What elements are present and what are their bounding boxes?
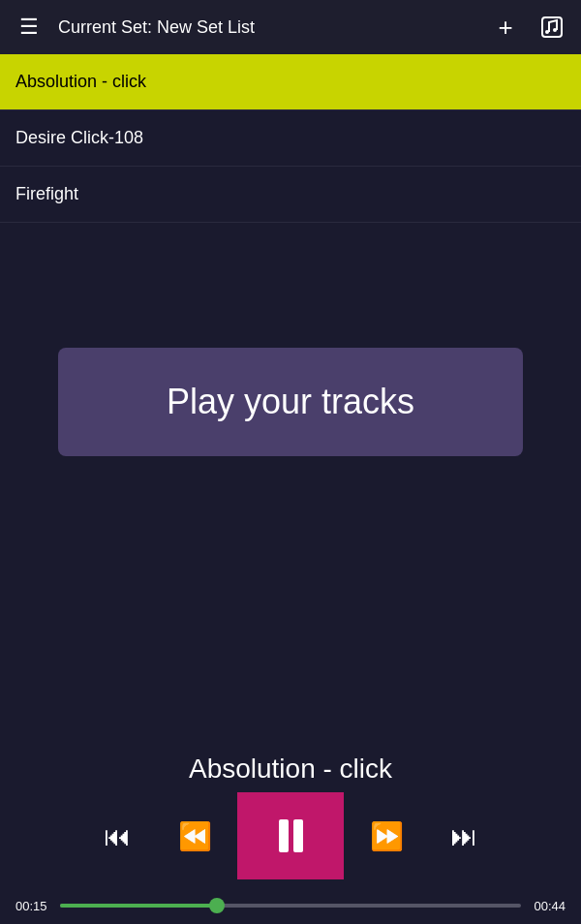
track-item-3[interactable]: Firefight xyxy=(0,167,581,223)
rewind-button[interactable]: ⏪ xyxy=(156,802,233,870)
pause-button[interactable] xyxy=(237,792,344,879)
progress-container: 00:15 00:44 xyxy=(0,887,581,924)
fast-forward-button[interactable]: ⏩ xyxy=(348,802,425,870)
track-item-2[interactable]: Desire Click-108 xyxy=(0,110,581,167)
progress-thumb[interactable] xyxy=(209,898,225,913)
svg-rect-0 xyxy=(542,17,562,37)
menu-icon[interactable]: ☰ xyxy=(12,10,46,45)
play-tracks-label: Play your tracks xyxy=(167,382,414,422)
fast-forward-icon: ⏩ xyxy=(370,820,404,852)
progress-bar-fill xyxy=(60,904,217,908)
add-button[interactable]: + xyxy=(488,10,523,45)
track-item-1[interactable]: Absolution - click xyxy=(0,54,581,110)
track-name-3: Firefight xyxy=(15,184,78,203)
pause-icon xyxy=(279,819,303,852)
main-content-area: Play your tracks xyxy=(0,223,581,581)
header-title: Current Set: New Set List xyxy=(58,17,476,38)
svg-point-1 xyxy=(545,30,549,34)
skip-to-end-button[interactable]: ⏭ xyxy=(425,802,503,870)
play-tracks-button[interactable]: Play your tracks xyxy=(58,348,523,456)
progress-bar[interactable] xyxy=(60,904,521,908)
track-name-2: Desire Click-108 xyxy=(15,128,143,147)
skip-to-end-icon: ⏭ xyxy=(450,820,477,852)
skip-to-start-icon: ⏮ xyxy=(104,820,131,852)
music-library-icon[interactable] xyxy=(535,10,569,45)
skip-to-start-button[interactable]: ⏮ xyxy=(78,802,156,870)
player-section: Absolution - click ⏮ ⏪ ⏩ ⏭ 00:15 00:44 xyxy=(0,742,581,924)
rewind-icon: ⏪ xyxy=(178,820,212,852)
time-end: 00:44 xyxy=(529,899,566,913)
now-playing-title: Absolution - click xyxy=(0,742,581,792)
track-name-1: Absolution - click xyxy=(15,72,146,91)
svg-point-2 xyxy=(553,28,557,32)
app-header: ☰ Current Set: New Set List + xyxy=(0,0,581,54)
time-start: 00:15 xyxy=(15,899,52,913)
playback-controls: ⏮ ⏪ ⏩ ⏭ xyxy=(0,792,581,879)
track-list: Absolution - click Desire Click-108 Fire… xyxy=(0,54,581,223)
